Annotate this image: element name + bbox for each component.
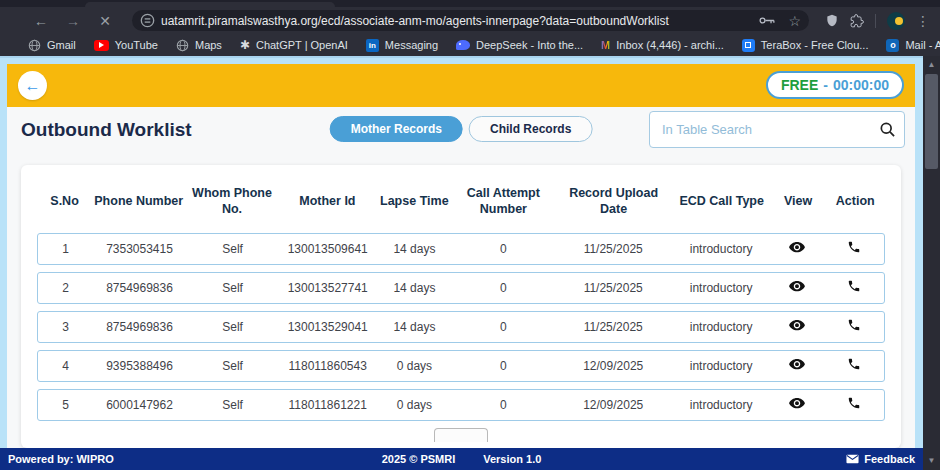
- bookmark-youtube[interactable]: YouTube: [94, 39, 158, 51]
- timer-value: 00:00:00: [833, 77, 889, 93]
- bookmark-inbox[interactable]: M Inbox (4,446) - archi...: [601, 39, 724, 51]
- column-header-attempt: Call Attempt Number: [452, 185, 554, 218]
- table-body: 1 7353053415 Self 130013509641 14 days 0…: [37, 233, 885, 421]
- page-scrollbar[interactable]: ▲ ▼: [923, 56, 940, 470]
- gmail-icon: M: [601, 39, 610, 51]
- eye-icon: [788, 358, 806, 371]
- url-text[interactable]: uatamrit.piramalswasthya.org/ecd/associa…: [161, 14, 751, 28]
- cell-call-attempts: 0: [452, 320, 554, 334]
- call-button[interactable]: [847, 279, 861, 293]
- table-row: 5 6000147962 Self 118011861221 0 days 0 …: [37, 389, 885, 421]
- column-header-ecdtype: ECD Call Type: [673, 193, 771, 209]
- envelope-icon: [846, 454, 859, 464]
- web-page: ← FREE - 00:00:00 Outbound Worklist Moth…: [0, 58, 923, 448]
- table-row: 4 9395388496 Self 118011860543 0 days 0 …: [37, 350, 885, 382]
- scroll-up-icon[interactable]: ▲: [923, 61, 940, 69]
- tab-strip: [0, 0, 940, 7]
- phone-icon: [847, 279, 861, 293]
- cell-lapse-time: 14 days: [376, 281, 452, 295]
- view-button[interactable]: [788, 358, 806, 371]
- menu-kebab-icon[interactable]: ⋮: [916, 14, 930, 28]
- cell-phone: 8754969836: [93, 320, 186, 334]
- feedback-link[interactable]: Feedback: [846, 453, 915, 465]
- search-icon[interactable]: [879, 121, 896, 138]
- column-header-upload: Record Upload Date: [554, 185, 673, 218]
- view-button[interactable]: [788, 319, 806, 332]
- cell-upload-date: 12/09/2025: [554, 398, 672, 412]
- view-button[interactable]: [788, 397, 806, 410]
- cell-lapse-time: 0 days: [376, 398, 452, 412]
- back-icon[interactable]: ←: [30, 14, 52, 28]
- cell-whom: Self: [186, 398, 279, 412]
- app-content: ← FREE - 00:00:00 Outbound Worklist Moth…: [7, 64, 915, 448]
- youtube-icon: [94, 40, 109, 51]
- cell-ecd-type: introductory: [672, 398, 769, 412]
- outlook-icon: o: [886, 39, 899, 52]
- profile-avatar[interactable]: [887, 12, 905, 30]
- bookmark-deepseek[interactable]: DeepSeek - Into the...: [456, 39, 583, 51]
- eye-icon: [788, 319, 806, 332]
- bookmarks-bar: Gmail YouTube Maps ✱ ChatGPT | OpenAI in…: [0, 34, 940, 56]
- column-header-sno: S.No: [37, 193, 92, 209]
- call-button[interactable]: [847, 318, 861, 332]
- bookmark-maps[interactable]: Maps: [176, 39, 222, 52]
- scroll-down-icon[interactable]: ▼: [923, 457, 940, 465]
- timer-status: FREE: [781, 77, 818, 93]
- eye-icon: [788, 397, 806, 410]
- phone-icon: [847, 240, 861, 254]
- cell-upload-date: 11/25/2025: [554, 320, 672, 334]
- forward-icon[interactable]: →: [62, 14, 84, 28]
- cell-upload-date: 11/25/2025: [554, 242, 672, 256]
- column-header-phone: Phone Number: [92, 193, 185, 209]
- phone-icon: [847, 318, 861, 332]
- cell-upload-date: 12/09/2025: [554, 359, 672, 373]
- active-tab[interactable]: [85, 2, 335, 7]
- bookmark-terabox[interactable]: TeraBox - Free Clou...: [742, 39, 869, 52]
- pagination-button-partial[interactable]: [434, 428, 488, 442]
- bookmark-outlook[interactable]: o Mail - Archita Verm...: [886, 39, 940, 52]
- page-title: Outbound Worklist: [21, 119, 192, 141]
- cell-sno: 3: [38, 320, 93, 334]
- search-input[interactable]: [649, 111, 905, 148]
- column-header-view: View: [770, 193, 825, 209]
- back-button[interactable]: ←: [18, 71, 47, 100]
- bookmark-messaging[interactable]: in Messaging: [366, 39, 438, 52]
- call-button[interactable]: [847, 357, 861, 371]
- child-records-button[interactable]: Child Records: [469, 116, 592, 142]
- cell-phone: 7353053415: [93, 242, 186, 256]
- terabox-icon: [742, 39, 755, 52]
- eye-icon: [788, 241, 806, 254]
- cell-ecd-type: introductory: [672, 281, 769, 295]
- cell-whom: Self: [186, 320, 279, 334]
- call-button[interactable]: [847, 396, 861, 410]
- bookmark-gmail[interactable]: Gmail: [28, 39, 76, 52]
- cell-phone: 8754969836: [93, 281, 186, 295]
- cell-whom: Self: [186, 359, 279, 373]
- extensions-icon[interactable]: [850, 14, 864, 28]
- cell-phone: 6000147962: [93, 398, 186, 412]
- cell-call-attempts: 0: [452, 242, 554, 256]
- copyright-label: 2025 © PSMRI: [382, 453, 456, 465]
- scrollbar-thumb[interactable]: [925, 74, 938, 169]
- shield-icon[interactable]: [825, 13, 839, 28]
- view-button[interactable]: [788, 241, 806, 254]
- password-key-icon[interactable]: [759, 14, 776, 27]
- view-button[interactable]: [788, 280, 806, 293]
- call-button[interactable]: [847, 240, 861, 254]
- bookmark-star-icon[interactable]: ☆: [788, 14, 801, 28]
- table-header-row: S.No Phone Number Whom Phone No. Mother …: [37, 165, 885, 233]
- phone-icon: [847, 396, 861, 410]
- browser-toolbar: ← → ✕ uatamrit.piramalswasthya.org/ecd/a…: [0, 7, 940, 34]
- record-type-toggle: Mother Records Child Records: [330, 116, 593, 142]
- cell-call-attempts: 0: [452, 359, 554, 373]
- mother-records-button[interactable]: Mother Records: [330, 116, 463, 142]
- column-header-lapse: Lapse Time: [376, 193, 452, 209]
- url-bar[interactable]: uatamrit.piramalswasthya.org/ecd/associa…: [132, 10, 809, 31]
- site-info-icon[interactable]: [140, 13, 155, 28]
- table-row: 1 7353053415 Self 130013509641 14 days 0…: [37, 233, 885, 265]
- table-search: [649, 111, 905, 148]
- title-row: Outbound Worklist Mother Records Child R…: [7, 107, 915, 157]
- stop-icon[interactable]: ✕: [94, 14, 116, 28]
- app-header: ← FREE - 00:00:00: [7, 64, 915, 107]
- bookmark-chatgpt[interactable]: ✱ ChatGPT | OpenAI: [240, 39, 348, 51]
